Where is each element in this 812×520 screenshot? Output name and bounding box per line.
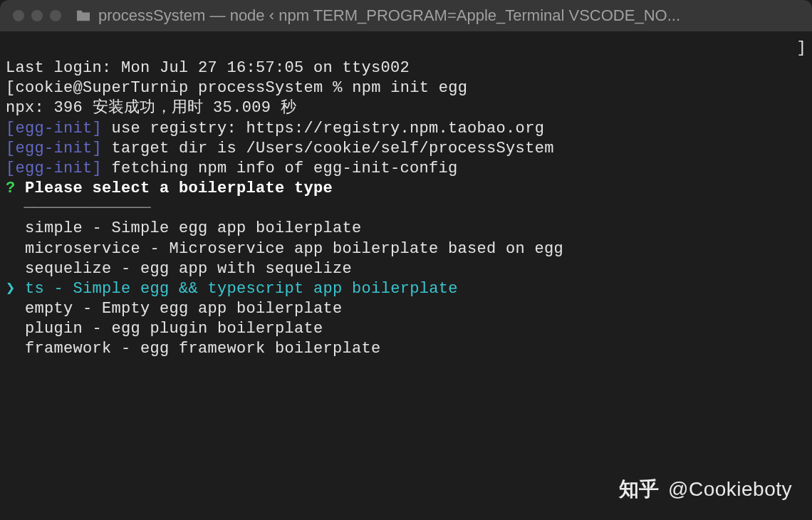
option-framework[interactable]: framework - egg framework boilerplate — [6, 339, 806, 359]
egg-init-tag: [egg-init] — [6, 140, 102, 157]
prompt-user-host: cookie@SuperTurnip — [16, 79, 189, 97]
title-rest: npm TERM_PROGRAM=Apple_Terminal VSCODE_N… — [279, 6, 680, 24]
watermark: 知乎 @Cookieboty — [619, 476, 792, 503]
option-ts[interactable]: ❯ ts - Simple egg && typescript app boil… — [6, 279, 806, 299]
option-simple[interactable]: simple - Simple egg app boilerplate — [6, 219, 806, 239]
traffic-lights — [13, 10, 61, 21]
option-sequelize[interactable]: sequelize - egg app with sequelize — [6, 259, 806, 279]
window-titlebar: processSystem — node ‹ npm TERM_PROGRAM=… — [0, 0, 812, 31]
title-arrow: ‹ — [269, 6, 274, 24]
maximize-button[interactable] — [50, 10, 61, 21]
prompt-symbol: % — [333, 79, 343, 97]
prompt-cwd: processSystem — [198, 79, 323, 97]
watermark-handle: @Cookieboty — [668, 478, 792, 501]
egg-init-line-2: [egg-init] target dir is /Users/cookie/s… — [6, 139, 806, 159]
npx-output: npx: 396 安装成功，用时 35.009 秒 — [6, 98, 806, 118]
question-line: ? Please select a boilerplate type — [6, 179, 806, 199]
question-text: Please select a boilerplate type — [25, 180, 333, 197]
options-list: simple - Simple egg app boilerplate micr… — [6, 219, 806, 359]
prompt-line: [cookie@SuperTurnip processSystem % npm … — [6, 78, 806, 98]
egg-init-line-1: [egg-init] use registry: https://registr… — [6, 119, 806, 139]
option-plugin[interactable]: plugin - egg plugin boilerplate — [6, 319, 806, 339]
egg-init-tag: [egg-init] — [6, 160, 102, 177]
title-folder: processSystem — [98, 6, 205, 24]
title-sep: — — [210, 6, 226, 24]
last-login-line: Last login: Mon Jul 27 16:57:05 on ttys0… — [6, 58, 806, 78]
window-title: processSystem — node ‹ npm TERM_PROGRAM=… — [76, 6, 680, 25]
separator-line: ────────────── — [6, 199, 806, 219]
closing-bracket: ] — [796, 38, 806, 58]
folder-icon — [76, 9, 91, 22]
prompt-command: npm init egg — [352, 79, 467, 97]
egg-init-tag: [egg-init] — [6, 120, 102, 137]
option-empty[interactable]: empty - Empty egg app boilerplate — [6, 299, 806, 319]
close-button[interactable] — [13, 10, 24, 21]
title-process: node — [230, 6, 265, 24]
egg-init-line-3: [egg-init] fetching npm info of egg-init… — [6, 159, 806, 179]
option-microservice[interactable]: microservice - Microservice app boilerpl… — [6, 239, 806, 259]
question-mark-icon: ? — [6, 180, 16, 197]
terminal-content[interactable]: Last login: Mon Jul 27 16:57:05 on ttys0… — [0, 31, 812, 387]
zhihu-logo: 知乎 — [619, 476, 660, 503]
minimize-button[interactable] — [31, 10, 43, 21]
